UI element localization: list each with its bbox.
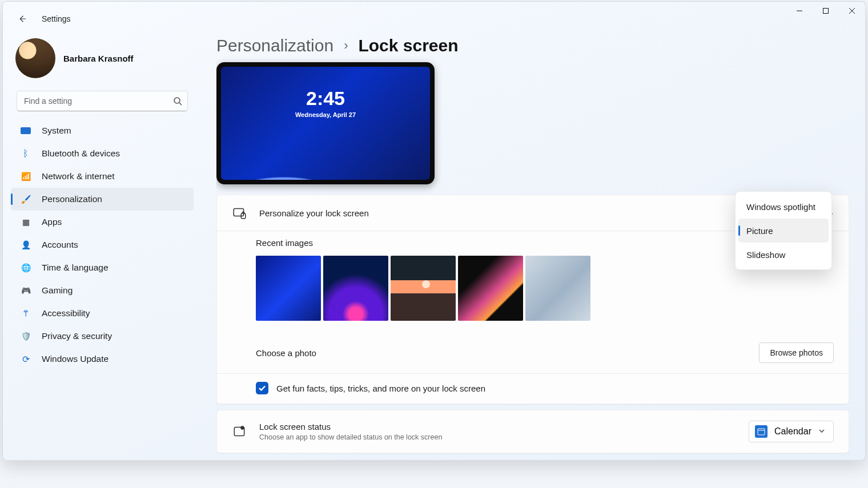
nav-label: Accounts bbox=[42, 240, 78, 250]
settings-window: Settings Barbara Krasnoff System ᛒBlueto… bbox=[2, 1, 866, 461]
svg-rect-1 bbox=[823, 9, 829, 14]
chevron-right-icon: › bbox=[344, 38, 348, 53]
monitor-icon bbox=[20, 126, 31, 136]
nav: System ᛒBluetooth & devices 📶Network & i… bbox=[11, 119, 194, 370]
app-title: Settings bbox=[42, 14, 71, 23]
nav-label: Apps bbox=[42, 217, 62, 227]
nav-label: System bbox=[42, 126, 71, 136]
checkbox-checked-icon[interactable] bbox=[256, 382, 268, 394]
sidebar-item-bluetooth[interactable]: ᛒBluetooth & devices bbox=[11, 142, 194, 165]
preview-date: Wednesday, April 27 bbox=[221, 111, 430, 118]
sidebar: Barbara Krasnoff System ᛒBluetooth & dev… bbox=[11, 36, 194, 454]
recent-image-thumb[interactable] bbox=[256, 256, 321, 321]
brush-icon: 🖌️ bbox=[20, 194, 31, 204]
fun-facts-row[interactable]: Get fun facts, tips, tricks, and more on… bbox=[217, 373, 849, 404]
lockscreen-preview: 2:45 Wednesday, April 27 bbox=[216, 62, 435, 184]
choose-photo-label: Choose a photo bbox=[256, 348, 316, 358]
breadcrumb: Personalization › Lock screen bbox=[216, 36, 849, 55]
preview-time: 2:45 bbox=[221, 87, 430, 110]
update-icon: ⟳ bbox=[20, 354, 31, 364]
status-icon bbox=[232, 424, 247, 439]
calendar-icon bbox=[755, 425, 767, 438]
main-content: Personalization › Lock screen 2:45 Wedne… bbox=[216, 36, 849, 454]
search-input[interactable] bbox=[17, 91, 188, 111]
option-label: Windows spotlight bbox=[746, 202, 815, 212]
gamepad-icon: 🎮 bbox=[20, 285, 31, 296]
sidebar-item-privacy[interactable]: 🛡️Privacy & security bbox=[11, 325, 194, 348]
sidebar-item-network[interactable]: 📶Network & internet bbox=[11, 165, 194, 188]
nav-label: Privacy & security bbox=[42, 331, 112, 341]
lockscreen-icon bbox=[232, 205, 247, 220]
sidebar-item-accessibility[interactable]: ⍡Accessibility bbox=[11, 302, 194, 325]
back-button[interactable] bbox=[13, 10, 31, 28]
status-app-label: Calendar bbox=[774, 426, 811, 437]
close-button[interactable] bbox=[839, 2, 865, 20]
svg-rect-11 bbox=[758, 429, 765, 435]
recent-image-thumb[interactable] bbox=[458, 256, 523, 321]
apps-icon: ▦ bbox=[20, 217, 31, 227]
dropdown-option-spotlight[interactable]: Windows spotlight bbox=[738, 195, 829, 219]
recent-image-thumb[interactable] bbox=[391, 256, 456, 321]
sidebar-item-accounts[interactable]: 👤Accounts bbox=[11, 233, 194, 256]
choose-photo-row: Choose a photo Browse photos bbox=[217, 332, 849, 373]
nav-label: Bluetooth & devices bbox=[42, 148, 120, 159]
svg-point-5 bbox=[174, 98, 180, 103]
wifi-icon: 📶 bbox=[20, 171, 31, 182]
chevron-down-icon bbox=[818, 426, 825, 437]
nav-label: Time & language bbox=[42, 263, 108, 273]
status-row[interactable]: Lock screen status Choose an app to show… bbox=[217, 410, 849, 453]
nav-label: Personalization bbox=[42, 194, 102, 204]
search-icon bbox=[173, 96, 182, 106]
sidebar-item-system[interactable]: System bbox=[11, 119, 194, 142]
status-app-combo[interactable]: Calendar bbox=[749, 421, 834, 442]
dropdown-option-picture[interactable]: Picture bbox=[738, 219, 829, 243]
sidebar-item-gaming[interactable]: 🎮Gaming bbox=[11, 279, 194, 302]
option-label: Slideshow bbox=[746, 250, 785, 260]
nav-label: Accessibility bbox=[42, 308, 90, 318]
nav-label: Windows Update bbox=[42, 354, 108, 364]
breadcrumb-parent[interactable]: Personalization bbox=[216, 36, 333, 55]
fun-facts-label: Get fun facts, tips, tricks, and more on… bbox=[276, 384, 485, 393]
lockscreen-status-card: Lock screen status Choose an app to show… bbox=[216, 410, 849, 453]
bluetooth-icon: ᛒ bbox=[20, 148, 31, 159]
svg-line-6 bbox=[179, 103, 182, 105]
status-title: Lock screen status bbox=[259, 422, 442, 431]
recent-image-thumb[interactable] bbox=[525, 256, 590, 321]
nav-label: Network & internet bbox=[42, 171, 115, 182]
avatar bbox=[15, 38, 55, 78]
sidebar-item-time[interactable]: 🌐Time & language bbox=[11, 256, 194, 279]
sidebar-item-personalization[interactable]: 🖌️Personalization bbox=[11, 188, 194, 211]
user-name: Barbara Krasnoff bbox=[63, 54, 134, 63]
maximize-button[interactable] bbox=[813, 2, 839, 20]
personalize-dropdown: Windows spotlight Picture Slideshow bbox=[735, 191, 832, 270]
personalize-title: Personalize your lock screen bbox=[259, 208, 369, 218]
page-title: Lock screen bbox=[358, 36, 458, 55]
dropdown-option-slideshow[interactable]: Slideshow bbox=[738, 243, 829, 267]
globe-icon: 🌐 bbox=[20, 263, 31, 273]
window-controls bbox=[786, 2, 865, 20]
recent-image-thumb[interactable] bbox=[323, 256, 388, 321]
shield-icon: 🛡️ bbox=[20, 331, 31, 341]
minimize-button[interactable] bbox=[786, 2, 813, 20]
nav-label: Gaming bbox=[42, 285, 73, 296]
accessibility-icon: ⍡ bbox=[20, 308, 31, 318]
option-label: Picture bbox=[746, 226, 773, 236]
status-subtitle: Choose an app to show detailed status on… bbox=[259, 433, 442, 441]
sidebar-item-update[interactable]: ⟳Windows Update bbox=[11, 348, 194, 370]
svg-point-10 bbox=[240, 426, 244, 430]
person-icon: 👤 bbox=[20, 240, 31, 250]
sidebar-item-apps[interactable]: ▦Apps bbox=[11, 211, 194, 233]
user-row[interactable]: Barbara Krasnoff bbox=[11, 36, 194, 91]
browse-photos-button[interactable]: Browse photos bbox=[759, 342, 834, 363]
